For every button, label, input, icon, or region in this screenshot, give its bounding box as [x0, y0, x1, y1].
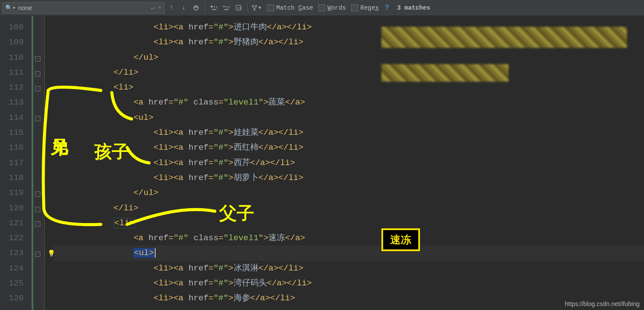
- line-number: 124: [0, 261, 32, 276]
- code-line[interactable]: <li><a href="#">海参</a></li>: [53, 291, 644, 306]
- select-all-occurrences-icon[interactable]: II: [233, 3, 244, 13]
- fold-toggle[interactable]: −: [35, 191, 40, 197]
- checkbox-icon: [351, 4, 358, 11]
- line-number: 118: [0, 170, 32, 185]
- fold-toggle[interactable]: −: [35, 56, 40, 61]
- line-number: 121: [0, 216, 32, 231]
- line-number: 113: [0, 95, 32, 110]
- search-trail: ↵ ×: [151, 4, 161, 11]
- search-input[interactable]: [18, 4, 149, 11]
- line-number: 112: [0, 80, 32, 95]
- code-line[interactable]: <ul>: [53, 110, 644, 125]
- line-number: 110: [0, 50, 32, 65]
- help-icon[interactable]: ?: [385, 4, 389, 12]
- line-number: 116: [0, 140, 32, 155]
- fold-toggle[interactable]: −: [35, 71, 40, 76]
- line-number: 109: [0, 35, 32, 50]
- history-icon[interactable]: ↵: [151, 4, 154, 11]
- filter-icon[interactable]: ▾: [251, 3, 262, 13]
- svg-text:II: II: [213, 5, 217, 9]
- select-all-icon[interactable]: [191, 3, 201, 13]
- fold-toggle[interactable]: −: [35, 221, 40, 227]
- line-number: 126: [0, 291, 32, 306]
- line-number: 111: [0, 65, 32, 80]
- fold-column: − − − − − − − − 💡: [32, 16, 45, 310]
- line-number: 119: [0, 185, 32, 200]
- code-line[interactable]: <li><a href="#">湾仔码头</a></li>: [53, 276, 644, 291]
- close-icon[interactable]: ×: [158, 4, 161, 11]
- line-number: 125: [0, 276, 32, 291]
- code-line[interactable]: <li><a href="#">进口牛肉</a></li>: [53, 20, 644, 35]
- match-count: 3 matches: [397, 4, 431, 11]
- code-line[interactable]: </ul>: [53, 185, 644, 200]
- toolbar-separator: [205, 4, 205, 12]
- line-number: 117: [0, 155, 32, 170]
- next-match-button[interactable]: ↓: [178, 3, 189, 13]
- code-line[interactable]: <li><a href="#">西芹</a></li>: [53, 155, 644, 170]
- checkbox-icon: [318, 4, 325, 11]
- code-line[interactable]: </li>: [53, 201, 644, 216]
- remove-selection-icon[interactable]: II: [221, 3, 231, 13]
- search-icon: 🔍▾: [5, 4, 16, 11]
- code-line[interactable]: <li><a href="#">野猪肉</a></li>: [53, 35, 644, 50]
- code-line[interactable]: <li><a href="#">娃娃菜</a></li>: [53, 125, 644, 140]
- fold-toggle[interactable]: −: [35, 86, 40, 91]
- code-line[interactable]: <li>: [53, 216, 644, 231]
- editor: 1081091101111121131141151161171181191201…: [0, 16, 644, 310]
- code-line[interactable]: </li>: [53, 65, 644, 80]
- code-line[interactable]: <a href="#" class="level1">蔬菜</a>: [53, 95, 644, 110]
- svg-text:II: II: [226, 5, 230, 9]
- find-toolbar: 🔍▾ ↵ × ↑ ↓ II II II ▾ Match Case Words R…: [0, 0, 644, 16]
- svg-text:II: II: [237, 6, 242, 10]
- line-gutter: 1081091101111121131141151161171181191201…: [0, 16, 32, 310]
- add-selection-icon[interactable]: II: [209, 3, 219, 13]
- prev-match-button[interactable]: ↑: [166, 3, 177, 13]
- code-line[interactable]: <li>: [53, 80, 644, 95]
- code-area[interactable]: <li><a href="#">进口牛肉</a></li> <li><a hre…: [45, 16, 644, 310]
- line-number: 123: [0, 245, 32, 260]
- code-line[interactable]: <ul>: [53, 245, 644, 260]
- code-line[interactable]: <a href="#" class="level1">速冻</a>: [53, 231, 644, 245]
- code-line[interactable]: <li><a href="#">冰淇淋</a></li>: [53, 261, 644, 276]
- line-number: 115: [0, 125, 32, 140]
- code-line[interactable]: <li><a href="#">胡萝卜</a></li>: [53, 170, 644, 185]
- fold-toggle[interactable]: −: [35, 116, 40, 121]
- line-number: 120: [0, 201, 32, 216]
- fold-toggle[interactable]: −: [35, 207, 40, 212]
- words-checkbox[interactable]: Words: [318, 4, 346, 11]
- vcs-change-bar: [32, 16, 33, 310]
- regex-checkbox[interactable]: Regex: [351, 4, 379, 11]
- line-number: 108: [0, 20, 32, 35]
- search-box[interactable]: 🔍▾ ↵ ×: [2, 2, 164, 14]
- fold-toggle[interactable]: −: [35, 252, 40, 257]
- line-number: 114: [0, 110, 32, 125]
- toolbar-separator: [247, 4, 248, 12]
- checkbox-icon: [267, 4, 274, 11]
- match-case-checkbox[interactable]: Match Case: [267, 4, 313, 11]
- code-line[interactable]: <li><a href="#">西红柿</a></li>: [53, 140, 644, 155]
- code-line[interactable]: </ul>: [53, 50, 644, 65]
- line-number: 122: [0, 231, 32, 245]
